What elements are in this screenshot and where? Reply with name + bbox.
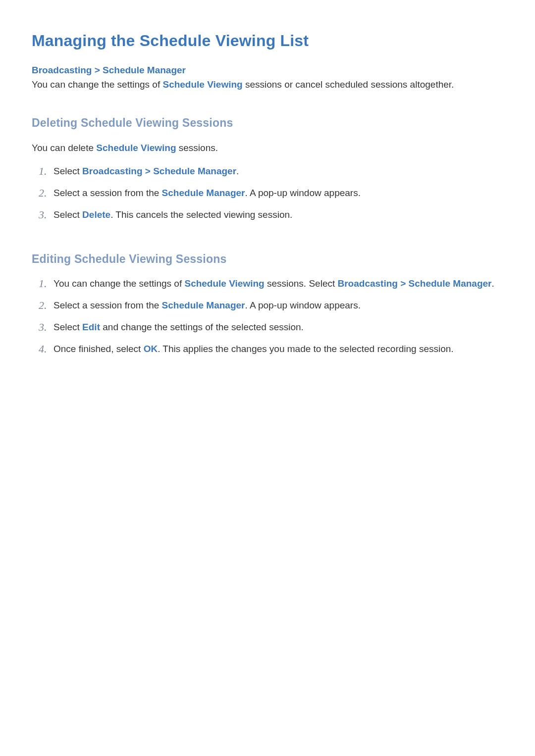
section1-lead-pre: You can delete xyxy=(32,143,96,153)
hl: Schedule Manager xyxy=(409,278,492,289)
section2-step-3: 3. Select Edit and change the settings o… xyxy=(39,320,503,335)
hl: Edit xyxy=(82,322,100,332)
step-number: 1. xyxy=(39,275,54,292)
section2-step-4: 4. Once finished, select OK. This applie… xyxy=(39,342,503,357)
hl: Delete xyxy=(82,209,110,220)
breadcrumb-separator: > xyxy=(95,65,100,75)
section1-step-1: 1. Select Broadcasting > Schedule Manage… xyxy=(39,164,503,179)
section-editing: Editing Schedule Viewing Sessions 1. You… xyxy=(32,251,503,357)
sep: > xyxy=(143,166,154,176)
step-text: You can change the settings of Schedule … xyxy=(54,277,503,291)
t: . A pop-up window appears. xyxy=(245,188,361,198)
intro-text-pre: You can change the settings of xyxy=(32,79,162,90)
t: sessions. Select xyxy=(265,278,338,289)
t: Select a session from the xyxy=(54,188,162,198)
step-text: Select Broadcasting > Schedule Manager. xyxy=(54,164,503,179)
hl: OK xyxy=(144,344,158,354)
intro-highlight: Schedule Viewing xyxy=(162,79,242,90)
t: Select xyxy=(54,322,82,332)
step-text: Select a session from the Schedule Manag… xyxy=(54,299,503,313)
breadcrumb-part-2: Schedule Manager xyxy=(103,65,186,75)
document-page: Managing the Schedule Viewing List Broad… xyxy=(0,0,535,756)
hl: Broadcasting xyxy=(82,166,142,176)
section1-step-3: 3. Select Delete. This cancels the selec… xyxy=(39,208,503,223)
section-deleting: Deleting Schedule Viewing Sessions You c… xyxy=(32,114,503,223)
section-title-deleting: Deleting Schedule Viewing Sessions xyxy=(32,114,503,132)
section1-lead: You can delete Schedule Viewing sessions… xyxy=(32,141,503,155)
t: Select xyxy=(54,209,82,220)
section-title-editing: Editing Schedule Viewing Sessions xyxy=(32,251,503,268)
t: . xyxy=(491,278,494,289)
section2-step-1: 1. You can change the settings of Schedu… xyxy=(39,277,503,292)
step-number: 1. xyxy=(39,163,54,179)
breadcrumb-part-1: Broadcasting xyxy=(32,65,92,75)
page-title: Managing the Schedule Viewing List xyxy=(32,29,503,52)
section1-lead-post: sessions. xyxy=(176,143,218,153)
t: . A pop-up window appears. xyxy=(245,300,361,310)
hl: Broadcasting xyxy=(338,278,398,289)
t: Once finished, select xyxy=(54,344,144,354)
section2-step-2: 2. Select a session from the Schedule Ma… xyxy=(39,299,503,313)
step-text: Once finished, select OK. This applies t… xyxy=(54,342,503,356)
hl: Schedule Viewing xyxy=(184,278,264,289)
hl: Schedule Manager xyxy=(162,300,245,310)
section1-lead-highlight: Schedule Viewing xyxy=(96,143,176,153)
hl: Schedule Manager xyxy=(162,188,245,198)
sep: > xyxy=(398,278,409,289)
step-number: 3. xyxy=(39,206,54,223)
section1-steps: 1. Select Broadcasting > Schedule Manage… xyxy=(32,164,503,223)
page-intro-block: Broadcasting > Schedule Manager You can … xyxy=(32,63,503,92)
t: . xyxy=(236,166,239,176)
t: and change the settings of the selected … xyxy=(100,322,304,332)
t: You can change the settings of xyxy=(54,278,184,289)
t: . This applies the changes you made to t… xyxy=(158,344,453,354)
step-text: Select Edit and change the settings of t… xyxy=(54,320,503,335)
step-number: 3. xyxy=(39,319,54,335)
t: Select a session from the xyxy=(54,300,162,310)
step-text: Select Delete. This cancels the selected… xyxy=(54,208,503,222)
step-number: 4. xyxy=(39,341,54,357)
hl: Schedule Manager xyxy=(153,166,236,176)
step-number: 2. xyxy=(39,297,54,313)
section1-step-2: 2. Select a session from the Schedule Ma… xyxy=(39,186,503,201)
t: . This cancels the selected viewing sess… xyxy=(110,209,292,220)
step-text: Select a session from the Schedule Manag… xyxy=(54,186,503,201)
t: Select xyxy=(54,166,82,176)
section2-steps: 1. You can change the settings of Schedu… xyxy=(32,277,503,357)
step-number: 2. xyxy=(39,185,54,201)
intro-text-post: sessions or cancel scheduled sessions al… xyxy=(243,79,454,90)
